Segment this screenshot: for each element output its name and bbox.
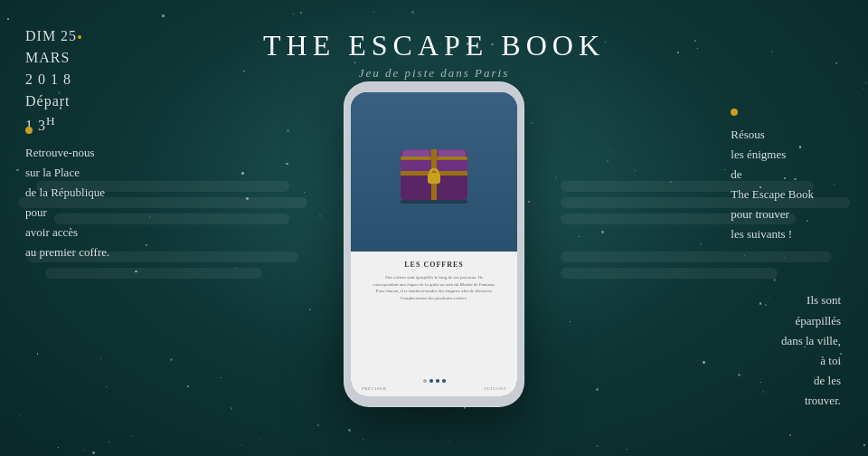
date-line1: DIM 25 xyxy=(25,25,81,47)
phone-mockup: LES COFFRES Des coffres sont éparpillés … xyxy=(344,81,524,407)
dot-3 xyxy=(436,379,439,383)
left-accent-dot xyxy=(25,127,33,134)
coffres-text: Des coffres sont éparpillés le long de t… xyxy=(373,274,495,301)
dot-1 xyxy=(423,379,427,383)
svg-rect-9 xyxy=(402,150,429,159)
right-text-block-1: Résous les énigmes de The Escape Book po… xyxy=(731,109,814,245)
date-block: DIM 25 MARS 2 0 1 8 Départ 1 3H xyxy=(25,25,81,137)
date-line3: 2 0 1 8 xyxy=(25,69,81,90)
dot-4 xyxy=(442,379,446,383)
phone-screen-top xyxy=(351,92,517,252)
right-text-block-2: Ils sont éparpillés dans la ville, à toi… xyxy=(781,290,841,411)
dot-2 xyxy=(429,379,433,383)
right-description-1: Résous les énigmes de The Escape Book po… xyxy=(731,125,814,245)
right-description-2: Ils sont éparpillés dans la ville, à toi… xyxy=(781,290,841,411)
date-line2: MARS xyxy=(25,47,81,69)
treasure-chest-icon xyxy=(393,140,475,204)
phone-screen: LES COFFRES Des coffres sont éparpillés … xyxy=(351,92,517,396)
phone-next-button[interactable]: SUIVANT xyxy=(484,386,506,391)
page-title: THE ESCAPE BOOK xyxy=(263,29,605,62)
phone-navigation: PRÉCISER SUIVANT xyxy=(358,386,510,391)
phone-screen-bottom: LES COFFRES Des coffres sont éparpillés … xyxy=(351,252,517,396)
coffres-title: LES COFFRES xyxy=(404,261,463,269)
svg-rect-10 xyxy=(439,150,466,159)
page-dots xyxy=(423,379,446,383)
left-text-block: Retrouve-nous sur la Place de la Républi… xyxy=(25,127,109,263)
phone-frame: LES COFFRES Des coffres sont éparpillés … xyxy=(344,81,524,407)
phone-prev-button[interactable]: PRÉCISER xyxy=(362,386,386,391)
right-accent-dot-1 xyxy=(731,109,738,116)
date-line4: Départ xyxy=(25,90,81,112)
page-subtitle: Jeu de piste dans Paris xyxy=(263,66,605,81)
header: THE ESCAPE BOOK Jeu de piste dans Paris xyxy=(263,29,605,81)
left-description: Retrouve-nous sur la Place de la Républi… xyxy=(25,143,109,263)
